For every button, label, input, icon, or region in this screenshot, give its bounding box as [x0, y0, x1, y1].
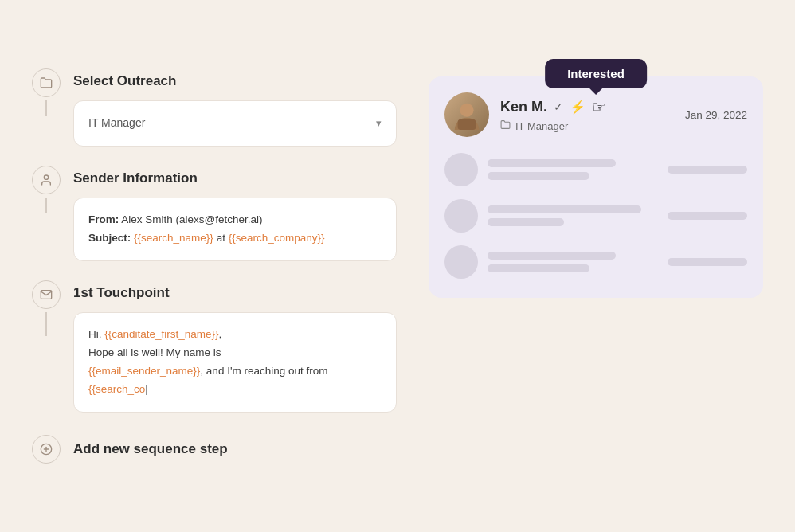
from-label: From: — [88, 213, 119, 225]
connector-line-2 — [45, 198, 47, 213]
connector-line-3 — [45, 312, 47, 336]
lightning-icon: ⚡ — [570, 100, 585, 115]
role-folder-icon — [500, 119, 511, 132]
skeleton-end-3 — [668, 258, 747, 266]
section-select-outreach: Select Outreach IT Manager ▾ — [32, 68, 397, 166]
section-content-2: Sender Information From: Alex Smith (ale… — [73, 166, 397, 280]
connector-1 — [32, 68, 61, 119]
skeleton-line-3b — [488, 264, 589, 272]
svg-rect-6 — [458, 119, 476, 130]
skeleton-row-3 — [444, 245, 747, 279]
skeleton-end-1 — [668, 166, 747, 174]
candidate-role: IT Manager — [515, 120, 568, 132]
sender-info-title: Sender Information — [73, 166, 397, 186]
from-value: Alex Smith (alexs@fetcher.ai) — [121, 213, 262, 225]
sender-name-var: {{email_sender_name}} — [88, 365, 200, 377]
avatar — [444, 92, 489, 137]
folder-icon — [32, 68, 61, 97]
dropdown-value: IT Manager — [88, 114, 145, 133]
candidate-role-row: IT Manager — [500, 119, 674, 132]
skeleton-avatar-1 — [444, 153, 478, 186]
svg-point-5 — [460, 104, 473, 117]
skeleton-avatar-3 — [444, 245, 478, 279]
sender-info-card: From: Alex Smith (alexs@fetcher.ai) Subj… — [73, 198, 397, 261]
cursor: | — [145, 383, 148, 395]
skeleton-lines-1 — [488, 159, 658, 180]
connector-3 — [32, 280, 61, 339]
section-content-3: 1st Touchpoint Hi, {{canditate_first_nam… — [73, 280, 397, 432]
search-co-var: {{search_co — [88, 383, 145, 395]
candidate-name: Ken M. — [500, 99, 547, 115]
skeleton-lines-3 — [488, 252, 658, 272]
subject-line: Subject: {{search_name}} at {{search_com… — [88, 229, 382, 248]
skeleton-line-2a — [488, 205, 641, 213]
interested-badge: Interested — [545, 59, 647, 88]
candidate-date: Jan 29, 2022 — [685, 109, 747, 121]
connector-2 — [32, 166, 61, 217]
section-content-1: Select Outreach IT Manager ▾ — [73, 68, 397, 166]
subject-label: Subject: — [88, 232, 131, 244]
first-name-var: {{canditate_first_name}} — [104, 328, 218, 340]
search-company-var: {{search_company}} — [229, 232, 325, 244]
touchpoint-title: 1st Touchpoint — [73, 280, 397, 301]
main-container: Select Outreach IT Manager ▾ Sender — [0, 45, 795, 487]
skeleton-line-1b — [488, 172, 589, 180]
touchpoint-body: Hi, {{canditate_first_name}}, Hope all i… — [88, 326, 382, 399]
reaching-text: , and I'm reaching out from — [200, 365, 327, 377]
add-step-button[interactable] — [32, 435, 61, 464]
touchpoint-card[interactable]: Hi, {{canditate_first_name}}, Hope all i… — [73, 312, 397, 413]
from-line: From: Alex Smith (alexs@fetcher.ai) — [88, 211, 382, 229]
candidate-header: Ken M. ✓ ⚡ ☞ IT Manager Jan 2 — [444, 92, 747, 137]
hope-text: Hope all is well! My name is — [88, 346, 221, 358]
add-step-label: Add new sequence step — [73, 441, 228, 457]
comma: , — [219, 328, 222, 340]
skeleton-rows — [444, 153, 747, 279]
skeleton-line-1a — [488, 159, 616, 167]
outreach-dropdown[interactable]: IT Manager ▾ — [73, 100, 397, 147]
skeleton-avatar-2 — [444, 199, 478, 233]
skeleton-lines-2 — [488, 205, 658, 226]
section-first-touchpoint: 1st Touchpoint Hi, {{canditate_first_nam… — [32, 280, 397, 432]
add-step-section: Add new sequence step — [32, 435, 397, 464]
candidate-name-row: Ken M. ✓ ⚡ ☞ — [500, 97, 674, 116]
preview-card: Ken M. ✓ ⚡ ☞ IT Manager Jan 2 — [429, 76, 763, 298]
skeleton-row-2 — [444, 199, 747, 233]
skeleton-line-2b — [488, 218, 564, 226]
search-name-var: {{search_name}} — [134, 232, 213, 244]
left-panel: Select Outreach IT Manager ▾ Sender — [32, 68, 397, 463]
section-sender-information: Sender Information From: Alex Smith (ale… — [32, 166, 397, 280]
cursor-icon: ☞ — [592, 97, 606, 116]
candidate-info: Ken M. ✓ ⚡ ☞ IT Manager — [500, 97, 674, 132]
email-icon — [32, 280, 61, 309]
person-icon — [32, 166, 61, 194]
svg-point-0 — [44, 175, 48, 179]
skeleton-line-3a — [488, 252, 616, 260]
right-panel: Interested Ken M. ✓ ⚡ — [429, 76, 763, 298]
connector-line-1 — [45, 100, 47, 116]
hi-text: Hi, — [88, 328, 104, 340]
chevron-down-icon: ▾ — [376, 115, 382, 132]
subject-at: at — [217, 232, 229, 244]
select-outreach-title: Select Outreach — [73, 68, 397, 89]
skeleton-row-1 — [444, 153, 747, 186]
skeleton-end-2 — [668, 212, 747, 220]
checkmark-icon: ✓ — [554, 100, 563, 113]
